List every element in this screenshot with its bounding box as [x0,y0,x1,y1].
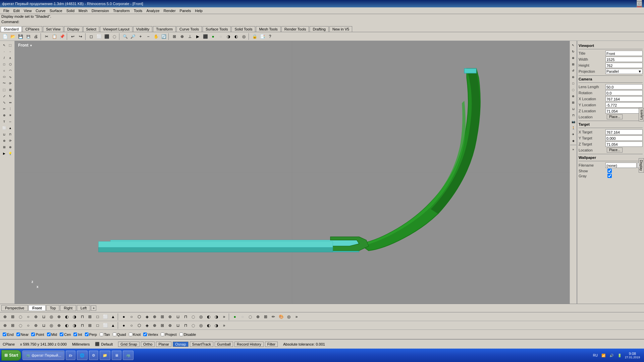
taskbar-files-app[interactable]: 📁 [100,351,110,360]
tray-network[interactable]: 📶 [601,353,606,358]
menu-curve[interactable]: Curve [34,8,47,13]
snap-cen[interactable]: Cen [60,333,71,337]
render-btn[interactable]: ▶ [194,33,201,40]
join-tool[interactable]: ⊕ [1,112,7,118]
title-value[interactable]: Front [605,51,643,56]
zoom-ext-btn[interactable]: 🔍 [121,33,129,40]
circle-tool[interactable]: ○ [1,68,7,73]
snap-quad-cb[interactable] [113,333,116,336]
viewport-tab-front[interactable]: Front [29,305,45,311]
polyline-tool[interactable]: ∧ [7,55,13,61]
split-tool[interactable]: ⋮ [7,106,13,112]
tab-drafting[interactable]: Drafting [310,26,329,32]
snap-near-cb[interactable] [16,333,20,336]
view4-btn[interactable]: □ [571,80,576,86]
tab-setview[interactable]: Set View [43,26,63,32]
bt1-1[interactable]: ⊕ [1,313,9,320]
bt2-10[interactable]: ◑ [71,322,78,329]
viewport-tab-left[interactable]: Left [77,305,90,311]
snap-knot-cb[interactable] [129,333,132,336]
boolean-union-tool[interactable]: ⊔ [1,131,7,137]
bt2-20[interactable]: ⊕ [151,322,158,329]
boolean-diff-tool[interactable]: ⊓ [7,131,13,137]
bt2-11[interactable]: ⊓ [78,322,86,329]
tray-battery[interactable]: 🔋 [617,353,622,358]
bt1-28[interactable]: ◑ [213,313,220,320]
bt1-17[interactable]: ○ [128,313,135,320]
render-pen[interactable]: ✏ [270,313,277,320]
bt2-12[interactable]: ⊞ [86,322,94,329]
redo-btn[interactable]: ↪ [77,33,84,40]
open-btn[interactable]: 📂 [9,33,16,40]
select-all-btn[interactable]: ⬛ [103,33,110,40]
tab-visibility[interactable]: Visibility [133,26,153,32]
rect-tool[interactable]: □ [1,61,7,67]
bt1-more[interactable]: » [220,313,228,320]
zoom-view-btn[interactable]: ⊕ [571,55,576,61]
tray-lang[interactable]: RU [593,353,598,358]
bt1-6[interactable]: ⊔ [40,313,47,320]
snap-near[interactable]: Near [16,333,29,337]
snap-end[interactable]: End [3,333,14,337]
print-btn[interactable]: 🖨 [32,33,40,40]
bt2-2[interactable]: ⊞ [9,322,16,329]
bt2-8[interactable]: ⊕ [55,322,63,329]
select-tool[interactable]: ↖ [1,42,7,48]
helix-tool[interactable]: ⟳ [7,80,13,86]
mirror-tool[interactable]: ⇔ [7,100,13,105]
maximize-button[interactable]: □ [637,1,642,6]
cut-btn[interactable]: ✂ [43,33,50,40]
snap-perp[interactable]: Perp [85,333,97,337]
bt1-3[interactable]: ◌ [17,313,24,320]
undo-btn[interactable]: ↩ [69,33,76,40]
bt1-21[interactable]: ⊞ [159,313,166,320]
view5-btn[interactable]: ◌ [571,87,576,93]
arc-tool[interactable]: ◠ [7,68,13,73]
snap-vertex-cb[interactable] [143,333,147,336]
light-tool[interactable]: 💡 [7,150,13,156]
snap-knot[interactable]: Knot [129,333,141,337]
bt1-4[interactable]: ○ [24,313,32,320]
render3-btn[interactable]: ◐ [232,33,240,40]
bt1-10[interactable]: ◑ [71,313,78,320]
taskbar-browser-app[interactable]: 🌐 [77,351,88,360]
x-ray-btn[interactable]: ◎ [240,33,248,40]
tab-solid-tools[interactable]: Solid Tools [231,26,255,32]
render-wire[interactable]: ○ [239,313,246,320]
lock-btn[interactable]: 🔒 [251,33,258,40]
clock[interactable]: 9:08 27.01.2019 [625,352,640,359]
taskbar-rhino-app[interactable]: 🦏 фрегат Первый... [22,351,64,360]
target-place-button[interactable]: Place... [607,147,623,153]
snap-mid[interactable]: Mid [47,333,57,337]
bt1-18[interactable]: ⬡ [136,313,143,320]
bt1-9[interactable]: ◐ [63,313,70,320]
cplane2-tool[interactable]: ⊞ [7,87,13,93]
bt2-7[interactable]: ◎ [48,322,55,329]
menu-solid[interactable]: Solid [64,8,76,13]
snap-int[interactable]: Int [73,333,82,337]
bt2-28[interactable]: ◑ [213,322,220,329]
zoom-in-btn[interactable]: + [137,33,144,40]
help-btn[interactable]: ? [266,33,274,40]
zoom-out-btn[interactable]: − [145,33,152,40]
display-tab[interactable]: Display [639,158,644,173]
new-btn[interactable]: 📄 [1,33,9,40]
scale-tool[interactable]: ⤡ [1,100,7,105]
tab-standard[interactable]: Standard [1,26,22,32]
bt2-21[interactable]: ⊞ [159,322,166,329]
bt2-27[interactable]: ◐ [205,322,212,329]
layers-tab[interactable]: Layers [639,108,644,121]
render-more[interactable]: » [293,313,300,320]
tray-sound[interactable]: 🔊 [609,353,614,358]
point-tool[interactable]: · [1,49,7,54]
menu-file[interactable]: File [1,8,11,13]
bt2-more[interactable]: » [220,322,228,329]
snap-int-cb[interactable] [73,333,77,336]
menu-help[interactable]: Help [193,8,205,13]
bt1-25[interactable]: ◌ [190,313,197,320]
snap-perp-cb[interactable] [85,333,89,336]
bt1-13[interactable]: □ [94,313,101,320]
menu-dimension[interactable]: Dimension [90,8,111,13]
save-small-btn[interactable]: 💾 [24,33,32,40]
tab-surface-tools[interactable]: Surface Tools [203,26,231,32]
